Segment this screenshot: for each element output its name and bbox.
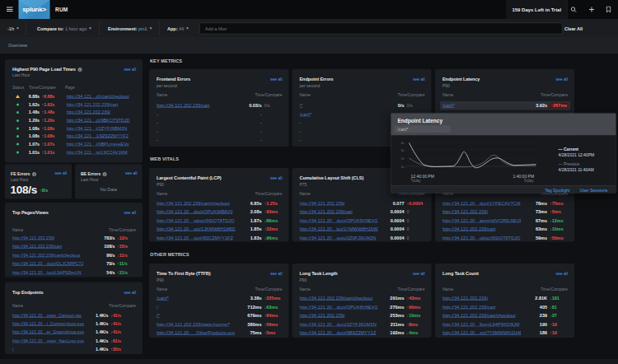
svg-text:3s: 3s [401, 148, 405, 152]
svg-text:4s: 4s [401, 141, 405, 145]
svg-text:2s: 2s [401, 156, 405, 161]
svg-text:1s: 1s [401, 165, 405, 169]
